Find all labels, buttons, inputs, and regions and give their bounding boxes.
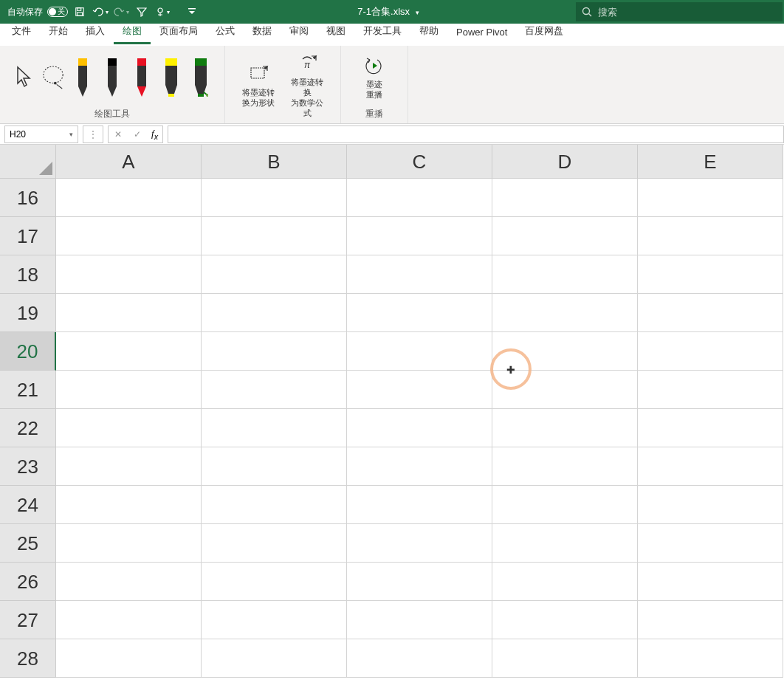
row-header[interactable]: 21 xyxy=(0,371,56,409)
row-header[interactable]: 27 xyxy=(0,601,56,639)
cell[interactable] xyxy=(492,217,638,255)
row-header[interactable]: 26 xyxy=(0,563,56,601)
cell[interactable] xyxy=(638,294,783,332)
pen-yellow[interactable] xyxy=(71,52,94,103)
cell[interactable] xyxy=(202,601,347,639)
cell[interactable] xyxy=(492,447,638,486)
column-header-b[interactable]: B xyxy=(202,145,347,179)
cell[interactable] xyxy=(492,524,638,563)
cell[interactable] xyxy=(347,255,492,294)
cell[interactable] xyxy=(347,371,492,409)
row-header[interactable]: 16 xyxy=(0,179,56,217)
tab-baidu[interactable]: 百度网盘 xyxy=(516,20,572,44)
cell[interactable] xyxy=(202,409,347,447)
row-header[interactable]: 24 xyxy=(0,486,56,524)
tab-power-pivot[interactable]: Power Pivot xyxy=(447,22,516,44)
save-icon[interactable] xyxy=(71,3,89,21)
cell[interactable] xyxy=(638,179,783,217)
redo-button[interactable]: ▾ xyxy=(112,3,130,21)
enter-formula-icon[interactable]: ✓ xyxy=(128,129,147,140)
highlighter-yellow[interactable] xyxy=(159,52,183,103)
cell[interactable] xyxy=(202,524,347,563)
cell[interactable] xyxy=(638,563,783,601)
cell[interactable] xyxy=(638,332,783,371)
fx-icon[interactable]: fx xyxy=(147,128,162,141)
cell[interactable] xyxy=(56,217,202,255)
cell[interactable] xyxy=(56,524,202,563)
cell[interactable] xyxy=(638,524,783,563)
cell[interactable] xyxy=(347,217,492,255)
cell[interactable] xyxy=(202,486,347,524)
row-header[interactable]: 23 xyxy=(0,447,56,486)
tab-review[interactable]: 审阅 xyxy=(281,20,317,44)
tab-developer[interactable]: 开发工具 xyxy=(354,20,410,44)
formula-more-icon[interactable]: ⋮ xyxy=(83,129,103,140)
cell[interactable] xyxy=(202,179,347,217)
cell[interactable] xyxy=(347,486,492,524)
ink-to-math-button[interactable]: π 将墨迹转换 为数学公式 xyxy=(286,52,329,120)
cell[interactable] xyxy=(492,639,638,678)
cell[interactable] xyxy=(56,601,202,639)
tab-formulas[interactable]: 公式 xyxy=(207,20,244,44)
cell[interactable] xyxy=(56,447,202,486)
pen-red[interactable] xyxy=(130,52,154,103)
tab-insert[interactable]: 插入 xyxy=(77,20,114,44)
cell[interactable] xyxy=(347,447,492,486)
cell[interactable] xyxy=(638,601,783,639)
tab-home[interactable]: 开始 xyxy=(40,20,77,44)
cell[interactable] xyxy=(56,563,202,601)
cell[interactable] xyxy=(56,332,202,371)
cell[interactable] xyxy=(347,409,492,447)
cell[interactable] xyxy=(56,486,202,524)
cell[interactable] xyxy=(347,563,492,601)
row-header[interactable]: 20 xyxy=(0,332,56,371)
cell[interactable] xyxy=(638,255,783,294)
name-box[interactable]: H20 ▾ xyxy=(4,126,78,143)
row-header[interactable]: 28 xyxy=(0,639,56,678)
tab-help[interactable]: 帮助 xyxy=(410,20,447,44)
search-input[interactable] xyxy=(598,7,777,18)
cell[interactable] xyxy=(56,294,202,332)
formula-input[interactable] xyxy=(168,126,784,143)
tab-view[interactable]: 视图 xyxy=(317,20,354,44)
cancel-formula-icon[interactable]: ✕ xyxy=(109,129,128,140)
customize-qat-icon[interactable] xyxy=(183,3,201,21)
cell[interactable] xyxy=(56,639,202,678)
cell[interactable] xyxy=(202,447,347,486)
row-header[interactable]: 17 xyxy=(0,217,56,255)
cell[interactable] xyxy=(492,371,638,409)
tab-file[interactable]: 文件 xyxy=(3,20,40,44)
cell[interactable] xyxy=(638,371,783,409)
cell[interactable] xyxy=(347,524,492,563)
column-header-a[interactable]: A xyxy=(56,145,202,179)
cell[interactable] xyxy=(202,332,347,371)
cell[interactable] xyxy=(492,601,638,639)
column-header-c[interactable]: C xyxy=(347,145,492,179)
cell[interactable] xyxy=(347,332,492,371)
filter-icon[interactable] xyxy=(133,3,151,21)
cell[interactable] xyxy=(347,639,492,678)
chevron-down-icon[interactable]: ▾ xyxy=(69,131,73,138)
select-all-corner[interactable] xyxy=(0,145,56,179)
lasso-tool[interactable] xyxy=(41,52,65,103)
cell[interactable] xyxy=(492,294,638,332)
cell[interactable] xyxy=(347,601,492,639)
row-header[interactable]: 22 xyxy=(0,409,56,447)
ink-to-shape-button[interactable]: 将墨迹转 换为形状 xyxy=(237,62,280,109)
cell[interactable] xyxy=(202,371,347,409)
cell[interactable] xyxy=(347,179,492,217)
cell[interactable] xyxy=(202,639,347,678)
tab-page-layout[interactable]: 页面布局 xyxy=(151,20,207,44)
cell[interactable] xyxy=(638,217,783,255)
select-tool[interactable] xyxy=(12,52,35,103)
cell[interactable] xyxy=(202,255,347,294)
cell[interactable] xyxy=(492,179,638,217)
ink-replay-button[interactable]: 墨迹 重播 xyxy=(353,54,396,101)
cell[interactable] xyxy=(638,639,783,678)
search-box[interactable] xyxy=(576,2,783,21)
pen-black[interactable] xyxy=(100,52,124,103)
cell[interactable] xyxy=(56,179,202,217)
cell[interactable] xyxy=(202,563,347,601)
tab-draw[interactable]: 绘图 xyxy=(114,20,151,44)
column-header-d[interactable]: D xyxy=(492,145,638,179)
